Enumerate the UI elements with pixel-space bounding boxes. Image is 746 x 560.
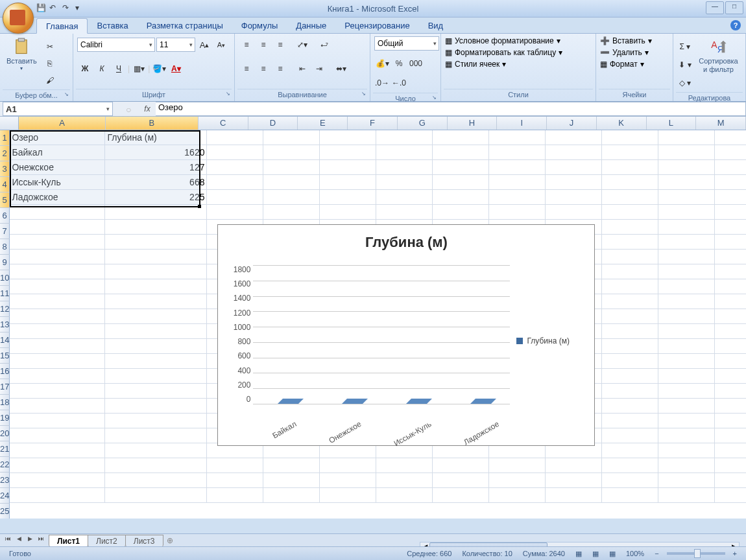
copy-icon[interactable]: ⎘ <box>42 56 58 71</box>
cell-K3[interactable] <box>658 160 715 175</box>
cell-A18[interactable] <box>10 384 105 399</box>
cell-F1[interactable] <box>376 130 433 145</box>
prev-sheet-icon[interactable]: ◀ <box>14 535 24 546</box>
fx-icon[interactable]: fx <box>139 104 156 113</box>
cell-J11[interactable] <box>602 279 658 294</box>
cell-B22[interactable] <box>105 443 207 458</box>
cell-I3[interactable] <box>546 160 602 175</box>
cell-H24[interactable] <box>489 473 546 488</box>
cell-K2[interactable] <box>658 145 715 160</box>
cell-G1[interactable] <box>433 130 489 145</box>
row-header-3[interactable]: 3 <box>0 161 10 177</box>
cell-F5[interactable] <box>376 190 433 205</box>
name-box[interactable]: A1 <box>3 102 113 116</box>
first-sheet-icon[interactable]: ⏮ <box>3 535 13 546</box>
col-header-M[interactable]: M <box>696 117 746 130</box>
cell-K13[interactable] <box>658 309 715 324</box>
cell-B21[interactable] <box>105 428 207 443</box>
cut-icon[interactable]: ✂ <box>42 39 58 54</box>
col-header-G[interactable]: G <box>398 117 448 130</box>
currency-icon[interactable]: 💰▾ <box>374 56 390 71</box>
align-right-icon[interactable]: ≡ <box>272 61 288 76</box>
tab-Главная[interactable]: Главная <box>36 18 88 34</box>
col-header-J[interactable]: J <box>547 117 597 130</box>
cell-K25[interactable] <box>658 488 715 503</box>
cell-A24[interactable] <box>10 473 105 488</box>
row-header-1[interactable]: 1 <box>0 130 10 146</box>
col-header-B[interactable]: B <box>106 117 199 130</box>
cell-A15[interactable] <box>10 339 105 354</box>
row-header-21[interactable]: 21 <box>0 441 10 457</box>
cell-L16[interactable] <box>715 354 746 369</box>
cell-B17[interactable] <box>105 369 207 384</box>
cell-L19[interactable] <box>715 399 746 414</box>
cell-K7[interactable] <box>658 220 715 235</box>
cell-J13[interactable] <box>602 309 658 324</box>
cell-J20[interactable] <box>602 414 658 428</box>
cell-H25[interactable] <box>489 488 546 503</box>
cell-D1[interactable] <box>263 130 320 145</box>
cell-B12[interactable] <box>105 294 207 309</box>
select-all-corner[interactable] <box>0 117 19 130</box>
cell-C24[interactable] <box>207 473 263 488</box>
cell-L4[interactable] <box>715 175 746 190</box>
cell-K20[interactable] <box>658 414 715 428</box>
row-header-2[interactable]: 2 <box>0 146 10 161</box>
qat-customize-icon[interactable]: ▾ <box>75 3 86 14</box>
cell-F2[interactable] <box>376 145 433 160</box>
row-header-19[interactable]: 19 <box>0 410 10 426</box>
col-header-I[interactable]: I <box>497 117 547 130</box>
cell-J8[interactable] <box>602 235 658 250</box>
cell-E25[interactable] <box>320 488 376 503</box>
cell-H1[interactable] <box>489 130 546 145</box>
cell-E5[interactable] <box>320 190 376 205</box>
cell-L17[interactable] <box>715 369 746 384</box>
align-left-icon[interactable]: ≡ <box>239 61 254 76</box>
cell-J1[interactable] <box>602 130 658 145</box>
col-header-K[interactable]: K <box>597 117 647 130</box>
cell-J19[interactable] <box>602 399 658 414</box>
row-header-20[interactable]: 20 <box>0 426 10 441</box>
cell-K12[interactable] <box>658 294 715 309</box>
cell-B6[interactable] <box>105 205 207 220</box>
cell-A20[interactable] <box>10 414 105 428</box>
row-header-5[interactable]: 5 <box>0 192 10 208</box>
clear-icon[interactable]: ◇ ▾ <box>677 75 693 91</box>
cell-E24[interactable] <box>320 473 376 488</box>
grow-font-icon[interactable]: A▴ <box>197 37 212 52</box>
cell-B9[interactable] <box>105 250 207 264</box>
cell-L12[interactable] <box>715 294 746 309</box>
cell-B14[interactable] <box>105 324 207 339</box>
tab-Данные[interactable]: Данные <box>287 18 335 33</box>
cell-B18[interactable] <box>105 384 207 399</box>
view-layout-icon[interactable]: ▦ <box>592 550 599 558</box>
cell-K4[interactable] <box>658 175 715 190</box>
cell-K9[interactable] <box>658 250 715 264</box>
cell-G4[interactable] <box>433 175 489 190</box>
cell-L9[interactable] <box>715 250 746 264</box>
cell-B5[interactable]: 225 <box>105 190 207 205</box>
cell-K1[interactable] <box>658 130 715 145</box>
paste-button[interactable]: Вставить▾ <box>4 36 40 73</box>
cell-B25[interactable] <box>105 488 207 503</box>
cell-A19[interactable] <box>10 399 105 414</box>
row-header-7[interactable]: 7 <box>0 224 10 239</box>
cell-J7[interactable] <box>602 220 658 235</box>
cell-B11[interactable] <box>105 279 207 294</box>
cell-F4[interactable] <box>376 175 433 190</box>
comma-icon[interactable]: 000 <box>408 56 424 71</box>
office-button[interactable] <box>3 3 34 34</box>
col-header-A[interactable]: A <box>19 117 106 130</box>
cell-B3[interactable]: 127 <box>105 160 207 175</box>
format-cells-button[interactable]: ▦Формат ▾ <box>600 60 644 69</box>
minimize-button[interactable]: — <box>706 1 724 14</box>
cell-C3[interactable] <box>207 160 263 175</box>
cell-I6[interactable] <box>546 205 602 220</box>
cell-A3[interactable]: Онежское <box>10 160 105 175</box>
cell-A7[interactable] <box>10 220 105 235</box>
row-header-4[interactable]: 4 <box>0 177 10 192</box>
cell-J4[interactable] <box>602 175 658 190</box>
cell-B1[interactable]: Глубина (м) <box>105 130 207 145</box>
row-header-8[interactable]: 8 <box>0 239 10 255</box>
fill-color-icon[interactable]: 🪣▾ <box>151 61 167 76</box>
